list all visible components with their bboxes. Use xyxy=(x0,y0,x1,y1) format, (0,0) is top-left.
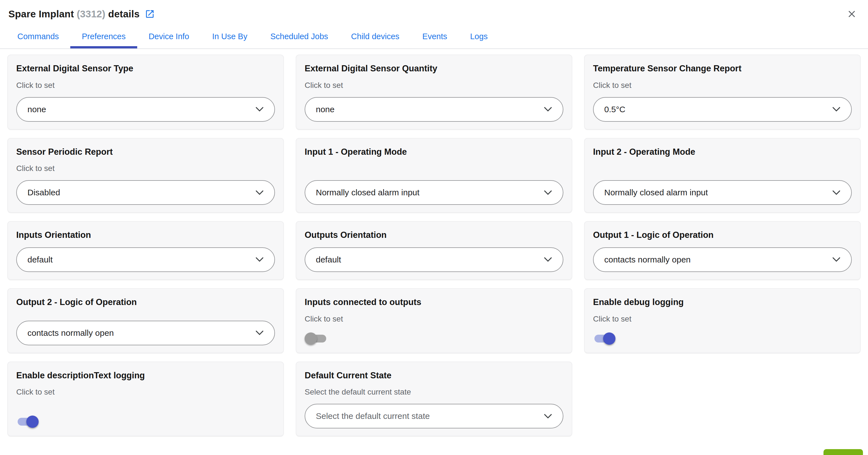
card-default-current-state: Default Current StateSelect the default … xyxy=(296,361,572,436)
card-enable-descriptiontext-logging: Enable descriptionText loggingClick to s… xyxy=(7,361,284,436)
card-control: contacts normally open xyxy=(593,240,852,272)
card-control: none xyxy=(16,90,275,122)
dropdown-value: none xyxy=(316,105,335,114)
page-title: Spare Implant (3312) details xyxy=(8,8,140,20)
chevron-down-icon xyxy=(544,190,552,195)
dropdown-value: 0.5°C xyxy=(604,105,625,114)
dropdown-value: Normally closed alarm input xyxy=(316,188,420,197)
card-inputs-connected-to-outputs: Inputs connected to outputsClick to set xyxy=(296,288,572,353)
tab-in-use-by[interactable]: In Use By xyxy=(201,27,259,48)
dropdown-output-2-logic-of-operation[interactable]: contacts normally open xyxy=(16,321,275,345)
dropdown-value: Select the default current state xyxy=(316,411,430,421)
card-subtitle: Click to set xyxy=(16,388,275,396)
dropdown-value: contacts normally open xyxy=(27,328,114,338)
card-enable-debug-logging: Enable debug loggingClick to set xyxy=(584,288,861,353)
card-title: Output 1 - Logic of Operation xyxy=(593,230,852,240)
dropdown-value: default xyxy=(27,255,53,264)
card-control: Normally closed alarm input xyxy=(593,173,852,205)
tab-bar: CommandsPreferencesDevice InfoIn Use ByS… xyxy=(0,27,868,49)
chevron-down-icon xyxy=(255,190,264,195)
card-subtitle: Select the default current state xyxy=(305,388,563,396)
card-control: Normally closed alarm input xyxy=(305,173,563,205)
dropdown-external-digital-sensor-type[interactable]: none xyxy=(16,97,275,122)
card-external-digital-sensor-quantity: External Digital Sensor QuantityClick to… xyxy=(296,55,572,130)
dropdown-value: Normally closed alarm input xyxy=(604,188,708,197)
card-input-2-operating-mode: Input 2 - Operating ModeNormally closed … xyxy=(584,138,861,213)
title-suffix: details xyxy=(108,8,140,19)
chevron-down-icon xyxy=(544,107,552,112)
footer-actions: Save and Close Save xyxy=(0,449,868,455)
tab-child-devices[interactable]: Child devices xyxy=(340,27,411,48)
card-control: default xyxy=(305,240,563,272)
card-title: Enable debug logging xyxy=(593,297,852,307)
dropdown-outputs-orientation[interactable]: default xyxy=(305,247,563,272)
card-title: Sensor Periodic Report xyxy=(16,147,275,157)
card-control xyxy=(16,407,275,428)
card-title: Inputs Orientation xyxy=(16,230,275,240)
save-button[interactable]: Save xyxy=(824,449,863,455)
tab-device-info[interactable]: Device Info xyxy=(137,27,201,48)
card-inputs-orientation: Inputs Orientationdefault xyxy=(7,221,284,280)
open-in-new-window-button[interactable] xyxy=(145,9,155,19)
card-subtitle: Click to set xyxy=(16,164,275,173)
card-input-1-operating-mode: Input 1 - Operating ModeNormally closed … xyxy=(296,138,572,213)
chevron-down-icon xyxy=(255,330,264,335)
tab-scheduled-jobs[interactable]: Scheduled Jobs xyxy=(259,27,339,48)
tab-events[interactable]: Events xyxy=(411,27,459,48)
card-control: 0.5°C xyxy=(593,90,852,122)
card-output-2-logic-of-operation: Output 2 - Logic of Operationcontacts no… xyxy=(7,288,284,353)
dropdown-value: none xyxy=(27,105,46,114)
dropdown-temperature-sensor-change-report[interactable]: 0.5°C xyxy=(593,97,852,122)
dropdown-inputs-orientation[interactable]: default xyxy=(16,247,275,272)
toggle-inputs-connected-to-outputs[interactable] xyxy=(305,332,327,345)
card-subtitle: Click to set xyxy=(593,81,852,90)
card-control xyxy=(305,323,563,345)
card-subtitle: Click to set xyxy=(593,315,852,323)
dropdown-input-1-operating-mode[interactable]: Normally closed alarm input xyxy=(305,180,563,205)
chevron-down-icon xyxy=(255,107,264,112)
dropdown-output-1-logic-of-operation[interactable]: contacts normally open xyxy=(593,247,852,272)
card-title: Outputs Orientation xyxy=(305,230,563,240)
card-title: Input 1 - Operating Mode xyxy=(305,147,563,157)
card-control xyxy=(593,323,852,345)
dropdown-value: contacts normally open xyxy=(604,255,691,264)
dropdown-value: Disabled xyxy=(27,188,60,197)
dropdown-sensor-periodic-report[interactable]: Disabled xyxy=(16,180,275,205)
card-title: Output 2 - Logic of Operation xyxy=(16,297,275,307)
card-control: Disabled xyxy=(16,173,275,205)
card-subtitle: Click to set xyxy=(305,81,563,90)
toggle-enable-descriptiontext-logging[interactable] xyxy=(16,415,39,428)
card-output-1-logic-of-operation: Output 1 - Logic of Operationcontacts no… xyxy=(584,221,861,280)
chevron-down-icon xyxy=(544,257,552,262)
tab-logs[interactable]: Logs xyxy=(459,27,499,48)
device-name: Spare Implant xyxy=(8,8,74,19)
external-link-icon xyxy=(145,9,155,19)
card-subtitle: Click to set xyxy=(16,81,275,90)
close-icon xyxy=(846,8,857,20)
dropdown-value: default xyxy=(316,255,341,264)
dropdown-external-digital-sensor-quantity[interactable]: none xyxy=(305,97,563,122)
chevron-down-icon xyxy=(832,190,841,195)
toggle-enable-debug-logging[interactable] xyxy=(593,332,615,345)
dropdown-input-2-operating-mode[interactable]: Normally closed alarm input xyxy=(593,180,852,205)
tab-commands[interactable]: Commands xyxy=(6,27,70,48)
close-button[interactable] xyxy=(845,7,859,21)
chevron-down-icon xyxy=(832,257,841,262)
dropdown-default-current-state[interactable]: Select the default current state xyxy=(305,404,563,428)
card-temperature-sensor-change-report: Temperature Sensor Change ReportClick to… xyxy=(584,55,861,130)
chevron-down-icon xyxy=(832,107,841,112)
toggle-knob xyxy=(305,332,317,345)
card-sensor-periodic-report: Sensor Periodic ReportClick to setDisabl… xyxy=(7,138,284,213)
card-outputs-orientation: Outputs Orientationdefault xyxy=(296,221,572,280)
tab-preferences[interactable]: Preferences xyxy=(70,27,137,48)
card-title: Inputs connected to outputs xyxy=(305,297,563,307)
card-title: Input 2 - Operating Mode xyxy=(593,147,852,157)
card-title: External Digital Sensor Quantity xyxy=(305,64,563,74)
card-external-digital-sensor-type: External Digital Sensor TypeClick to set… xyxy=(7,55,284,130)
card-title: Default Current State xyxy=(305,370,563,381)
chevron-down-icon xyxy=(544,414,552,419)
card-title: Temperature Sensor Change Report xyxy=(593,64,852,74)
dialog-header: Spare Implant (3312) details xyxy=(0,0,868,21)
preferences-grid: External Digital Sensor TypeClick to set… xyxy=(7,55,861,436)
card-control: default xyxy=(16,240,275,272)
